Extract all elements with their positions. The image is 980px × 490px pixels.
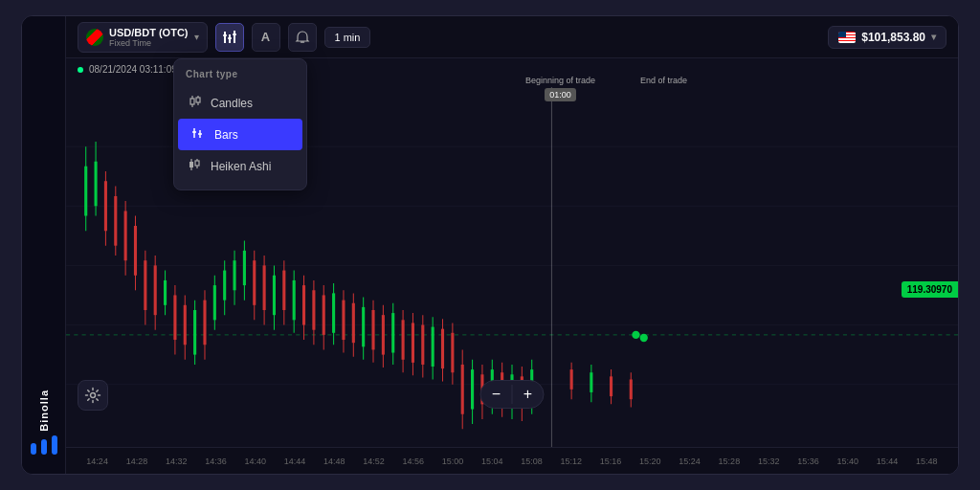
bars-option[interactable]: Bars [178,119,302,150]
settings-icon [84,387,101,404]
time-label: 15:00 [433,457,472,466]
svg-point-117 [632,331,639,339]
brand-icon [31,435,57,455]
symbol-name: USD/BDT (OTC) [109,27,189,38]
time-label: 15:04 [473,457,512,466]
time-label: 14:32 [157,457,196,466]
time-label: 14:28 [117,457,156,466]
time-label: 15:36 [789,457,828,466]
time-label: 14:44 [275,457,314,466]
end-of-trade-marker: End of trade [640,76,687,85]
symbol-flag [86,29,103,46]
time-label: 14:56 [393,457,433,466]
symbol-selector[interactable]: USD/BDT (OTC) Fixed Time ▾ [78,22,208,53]
candles-label: Candles [211,97,253,110]
symbol-info: USD/BDT (OTC) Fixed Time [109,27,189,48]
svg-point-118 [640,334,648,342]
time-label: 15:12 [551,457,590,466]
time-label: 15:44 [867,457,906,466]
settings-button[interactable] [78,380,108,411]
sidebar: Binolla [22,16,66,474]
time-label: 15:40 [828,457,867,466]
svg-rect-123 [196,98,200,102]
time-label: 15:20 [631,457,670,466]
time-label: 14:52 [354,457,393,466]
time-label: 14:40 [235,457,275,466]
balance-amount: $101,853.80 [861,31,925,44]
heiken-icon [186,157,203,175]
svg-rect-2 [52,435,57,455]
time-label: 15:48 [907,457,947,466]
balance-display[interactable]: $101,853.80 ▾ [828,26,947,49]
zoom-controls: − + [480,380,545,409]
svg-rect-120 [190,99,194,104]
timeframe-value: 1 min [335,32,361,43]
time-label: 15:28 [709,457,748,466]
bars-option-icon [189,125,207,144]
live-indicator [78,67,83,73]
time-label: 14:36 [196,457,235,466]
heiken-label: Heiken Ashi [211,160,271,173]
beginning-label: Beginning of trade [525,76,595,85]
heiken-ashi-option[interactable]: Heiken Ashi [174,150,306,182]
time-label: 14:48 [315,457,354,466]
bars-label: Bars [214,128,238,142]
timeframe-selector[interactable]: 1 min [324,27,371,48]
end-label: End of trade [640,76,687,85]
time-label: 15:16 [590,457,630,466]
candles-icon [186,94,203,112]
svg-rect-130 [189,162,193,167]
toolbar-right: $101,853.80 ▾ [828,26,947,49]
zoom-in-button[interactable]: + [513,381,544,408]
time-label: 15:08 [512,457,551,466]
alert-icon [295,30,310,45]
symbol-subtext: Fixed Time [109,38,189,48]
toolbar: USD/BDT (OTC) Fixed Time ▾ [66,16,958,58]
time-label: 15:32 [749,457,789,466]
brand-name: Binolla [38,390,50,432]
bars-chart-button[interactable] [215,23,244,52]
text-tool-button[interactable]: A [252,23,280,52]
time-label: 15:24 [670,457,709,466]
candles-option[interactable]: Candles [174,87,306,119]
time-axis: 14:2414:2814:3214:3614:4014:4414:4814:52… [66,447,958,474]
svg-rect-133 [195,161,199,166]
main-container: Binolla USD/BDT (OTC) Fixed Time ▾ [21,15,959,475]
zoom-out-button[interactable]: − [481,381,512,408]
text-tool-icon: A [261,30,270,44]
dropdown-title: Chart type [174,67,306,87]
balance-chevron-icon: ▾ [931,32,936,42]
currency-flag [838,32,856,43]
symbol-chevron-icon: ▾ [194,32,199,42]
bars-icon [222,30,237,45]
svg-rect-0 [31,443,36,455]
alert-button[interactable] [288,23,317,52]
sidebar-logo: Binolla [31,390,57,455]
svg-point-119 [91,393,96,398]
toolbar-left: USD/BDT (OTC) Fixed Time ▾ [78,22,370,53]
price-label: 119.30970 [902,281,958,298]
svg-rect-1 [41,439,47,455]
chart-type-dropdown: Chart type Candles [173,58,307,190]
time-label: 14:24 [78,457,117,466]
